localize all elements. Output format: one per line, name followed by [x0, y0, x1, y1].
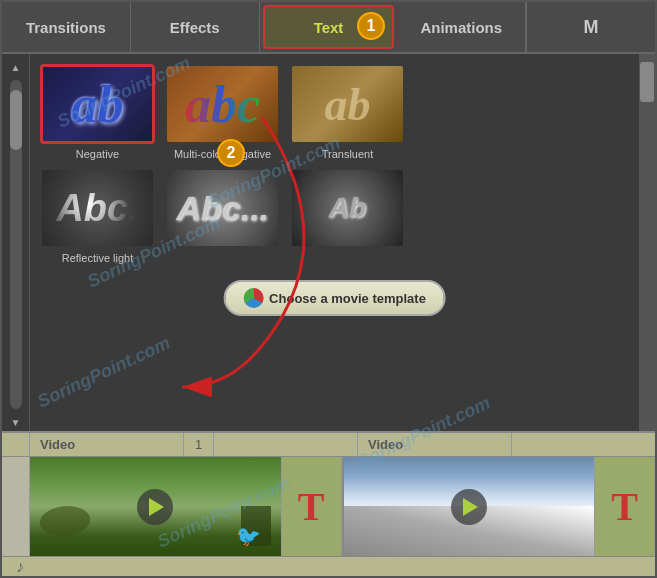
text-thumb-abc1[interactable]: Abc...: [165, 168, 280, 248]
tab-effects[interactable]: Effects: [131, 2, 260, 52]
text-thumb-multicolor[interactable]: abc: [165, 64, 280, 144]
thumb-abc2-inner: Ab: [292, 170, 403, 246]
right-scrollbar: [639, 54, 655, 431]
timeline-col1-header: Video: [30, 433, 184, 456]
music-note-icon[interactable]: ♪: [10, 557, 30, 577]
tab-bar: Transitions Effects Text Animations M: [2, 2, 655, 54]
right-scrollbar-thumb[interactable]: [640, 62, 654, 102]
text-thumb-transluent[interactable]: ab: [290, 64, 405, 144]
play-button-2[interactable]: [451, 489, 487, 525]
badge-1: 1: [357, 12, 385, 40]
choose-template-button[interactable]: Choose a movie template: [223, 280, 446, 316]
timeline-area: Video 1 Video: [2, 431, 655, 576]
timeline-footer: ♪: [2, 556, 655, 576]
thumb-transluent-inner: ab: [292, 66, 403, 142]
thumb-multicolor-inner: abc: [167, 66, 278, 142]
text-thumb-abc2[interactable]: Ab: [290, 168, 405, 248]
left-scrollbar: ▲ ▼: [2, 54, 30, 431]
scroll-up-arrow[interactable]: ▲: [7, 58, 25, 76]
choose-template-label: Choose a movie template: [269, 291, 426, 306]
animal-icon: 🐦: [236, 524, 261, 548]
template-button-area: ◀ Choose a movie template ▶: [40, 276, 629, 326]
timeline-video-2: [344, 457, 596, 556]
thumb-label-reflective: Reflective light: [62, 252, 134, 264]
main-container: Transitions Effects Text Animations M 1 …: [0, 0, 657, 578]
grid-panel: ab Negative abc Multi-color Negative: [30, 54, 639, 431]
text-T-icon-1: T: [298, 483, 325, 530]
text-grid-row-1: ab Negative abc Multi-color Negative: [40, 64, 629, 160]
play-icon-1: [149, 498, 164, 516]
timeline-col2-end: [512, 433, 655, 456]
tree-decoration: [37, 506, 92, 536]
play-button-1[interactable]: [137, 489, 173, 525]
thumb-reflective-inner: Abc.: [42, 170, 153, 246]
timeline-header-spacer: [2, 433, 30, 456]
tab-more[interactable]: M: [526, 2, 655, 52]
play-icon-2: [463, 498, 478, 516]
timeline-col2-header: Video: [358, 433, 512, 456]
scrollbar-track: [10, 80, 22, 409]
text-placeholder-2[interactable]: T: [595, 457, 655, 556]
thumb-abc1-inner: Abc...: [167, 170, 278, 246]
scrollbar-thumb[interactable]: [10, 90, 22, 150]
timeline-content: 🐦 T T: [2, 457, 655, 556]
timeline-col1-num: 1: [184, 433, 214, 456]
text-grid-row-2: Abc. Reflective light Abc...: [40, 168, 629, 264]
thumb-negative-inner: ab: [43, 67, 152, 141]
timeline-left-spacer: [2, 457, 30, 556]
text-placeholder-1[interactable]: T: [282, 457, 342, 556]
tab-transitions[interactable]: Transitions: [2, 2, 131, 52]
thumb-label-transluent: Transluent: [322, 148, 374, 160]
text-item-transluent[interactable]: ab Transluent: [290, 64, 405, 160]
text-item-abc1[interactable]: Abc...: [165, 168, 280, 252]
text-item-abc2[interactable]: Ab: [290, 168, 405, 252]
tab-animations[interactable]: Animations: [397, 2, 526, 52]
text-item-negative[interactable]: ab Negative: [40, 64, 155, 160]
text-thumb-negative[interactable]: ab: [40, 64, 155, 144]
scroll-down-arrow[interactable]: ▼: [7, 413, 25, 431]
badge-2: 2: [217, 139, 245, 167]
timeline-video-1: 🐦: [30, 457, 282, 556]
text-item-reflective[interactable]: Abc. Reflective light: [40, 168, 155, 264]
text-thumb-reflective[interactable]: Abc.: [40, 168, 155, 248]
template-icon: [243, 288, 263, 308]
thumb-label-negative: Negative: [76, 148, 119, 160]
timeline-col-spacer: [214, 433, 358, 456]
text-T-icon-2: T: [611, 483, 638, 530]
content-upper: ▲ ▼ ab Negative: [2, 54, 655, 431]
timeline-header: Video 1 Video: [2, 433, 655, 457]
